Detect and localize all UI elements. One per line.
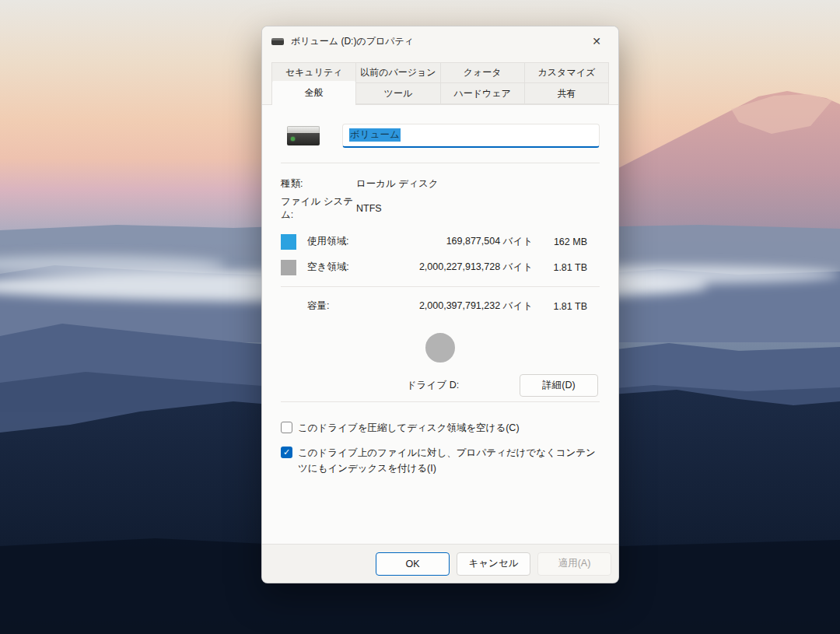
filesystem-value: NTFS [356,203,382,214]
tab-tools[interactable]: ツール [355,83,440,104]
type-label: 種類: [281,177,356,191]
hard-drive-icon-top [287,126,320,133]
capacity-row: 容量: 2,000,397,791,232 バイト 1.81 TB [281,293,600,319]
volume-name-row: ボリューム [281,122,600,149]
capacity-size: 1.81 TB [533,301,600,312]
filesystem-label: ファイル システム: [281,195,356,222]
compress-checkbox-label: このドライブを圧縮してディスク領域を空ける(C) [298,421,520,436]
used-space-row: 使用領域: 169,877,504 バイト 162 MB [281,229,600,254]
drive-led [291,137,295,141]
filesystem-row: ファイル システム: NTFS [281,196,600,221]
type-value: ローカル ディスク [356,177,439,191]
cancel-button[interactable]: キャンセル [457,552,530,576]
tab-quota[interactable]: クォータ [440,62,525,83]
ok-button[interactable]: OK [376,552,450,576]
apply-button[interactable]: 適用(A) [537,552,611,576]
window-title: ボリューム (D:)のプロパティ [291,35,581,48]
index-option-row: ✓ このドライブ上のファイルに対し、プロパティだけでなくコンテンツにもインデック… [281,446,600,476]
titlebar: ボリューム (D:)のプロパティ ✕ [262,26,618,56]
free-space-bytes: 2,000,227,913,728 バイト [419,261,533,274]
selected-text: ボリューム [349,128,401,142]
drive-options: このドライブを圧縮してディスク領域を空ける(C) ✓ このドライブ上のファイルに… [281,421,600,476]
separator [281,163,600,163]
tab-row-front: 全般 ツール ハードウェア 共有 [271,83,609,104]
free-space-label: 空き領域: [307,261,349,274]
tab-previous-versions[interactable]: 以前のバージョン [355,62,440,83]
drive-row: ドライブ D: 詳細(D) [281,373,600,397]
details-button-label: 詳細(D) [542,379,575,392]
tab-hardware[interactable]: ハードウェア [440,83,525,104]
capacity-bytes: 2,000,397,791,232 バイト [419,299,533,313]
separator [281,401,600,402]
index-checkbox-label: このドライブ上のファイルに対し、プロパティだけでなくコンテンツにもインデックスを… [298,446,600,476]
usage-donut-chart [281,333,600,363]
index-checkbox[interactable]: ✓ [281,447,292,458]
close-icon: ✕ [592,35,601,47]
general-tab-content: ボリューム 種類: ローカル ディスク ファイル システム: NTFS 使用領域… [262,105,618,544]
free-space-legend-swatch [281,260,296,275]
hard-drive-icon-front [287,133,320,145]
properties-dialog: ボリューム (D:)のプロパティ ✕ セキュリティ 以前のバージョン クォータ … [261,26,619,583]
dialog-footer: OK キャンセル 適用(A) [262,544,618,583]
close-button[interactable]: ✕ [581,30,612,53]
type-row: 種類: ローカル ディスク [281,171,600,196]
compress-option-row: このドライブを圧縮してディスク領域を空ける(C) [281,421,600,436]
free-space-size: 1.81 TB [533,262,600,273]
free-space-row: 空き領域: 2,000,227,913,728 バイト 1.81 TB [281,254,600,280]
capacity-label: 容量: [307,299,329,313]
check-icon: ✓ [283,448,290,457]
tab-sharing[interactable]: 共有 [524,83,609,104]
ok-button-label: OK [405,559,419,569]
tab-customize[interactable]: カスタマイズ [524,62,609,83]
tab-general[interactable]: 全般 [271,81,356,105]
tab-row-back: セキュリティ 以前のバージョン クォータ カスタマイズ [271,62,609,83]
hard-drive-icon [287,126,320,145]
drive-label: ドライブ D: [407,379,459,392]
drive-icon [271,38,284,45]
apply-button-label: 適用(A) [558,557,591,570]
volume-name-input[interactable]: ボリューム [342,124,600,148]
donut-ring [425,333,455,363]
used-space-legend-swatch [281,234,296,250]
cancel-button-label: キャンセル [469,557,519,570]
details-button[interactable]: 詳細(D) [520,374,598,397]
used-space-bytes: 169,877,504 バイト [446,235,533,248]
used-space-size: 162 MB [533,236,600,247]
used-space-label: 使用領域: [307,235,348,248]
separator [281,286,600,287]
compress-checkbox[interactable] [281,422,292,433]
tab-strip: セキュリティ 以前のバージョン クォータ カスタマイズ 全般 ツール ハードウェ… [262,56,618,104]
tab-security[interactable]: セキュリティ [271,62,356,83]
